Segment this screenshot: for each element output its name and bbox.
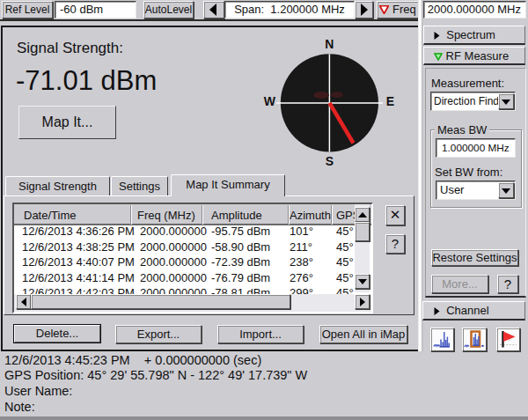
svg-text:N: N <box>325 37 334 51</box>
svg-text:W: W <box>264 94 276 108</box>
svg-text:S: S <box>326 154 334 168</box>
svg-text:E: E <box>386 94 394 108</box>
